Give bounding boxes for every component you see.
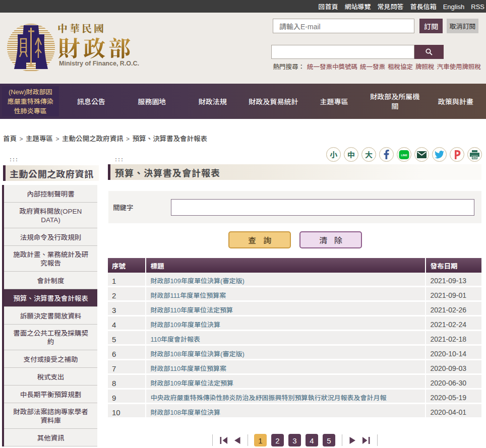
svg-text:LINE: LINE (401, 153, 407, 156)
